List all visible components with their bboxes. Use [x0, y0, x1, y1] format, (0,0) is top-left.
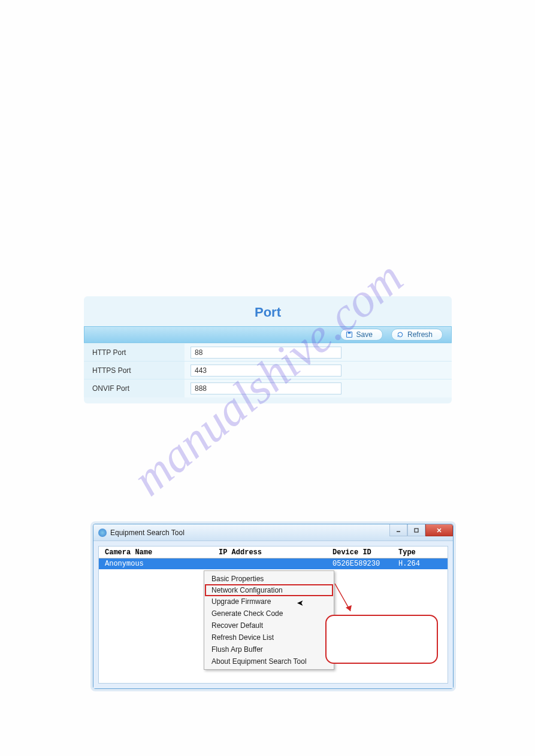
- ctx-recover-default[interactable]: Recover Default: [205, 620, 333, 631]
- save-button-label: Save: [356, 330, 373, 339]
- svg-line-6: [335, 584, 350, 611]
- window-body: Camera Name IP Address Device ID Type An…: [93, 541, 453, 688]
- port-title: Port: [84, 296, 452, 326]
- ctx-generate-check-code[interactable]: Generate Check Code: [205, 608, 333, 620]
- col-type: Type: [398, 548, 448, 557]
- equipment-search-window: Equipment Search Tool Camera Name IP Add…: [93, 524, 454, 689]
- port-row: HTTPS Port: [84, 362, 452, 379]
- minimize-button[interactable]: [389, 524, 407, 536]
- http-port-input[interactable]: [191, 347, 341, 359]
- col-camera-name: Camera Name: [99, 548, 219, 557]
- port-row-label: ONVIF Port: [84, 379, 185, 397]
- https-port-input[interactable]: [191, 365, 341, 377]
- annotation-arrow-icon: [334, 582, 358, 618]
- window-controls: [389, 524, 453, 536]
- svg-rect-3: [415, 529, 418, 532]
- port-row-cell: [185, 362, 452, 379]
- port-panel: Port Save Refresh HTTP Port HTTPS Port: [84, 296, 452, 403]
- save-icon: [346, 331, 353, 338]
- window-title: Equipment Search Tool: [110, 529, 185, 537]
- ctx-about[interactable]: About Equipment Search Tool: [205, 655, 333, 667]
- port-row: ONVIF Port: [84, 379, 452, 397]
- port-row-cell: [185, 344, 452, 361]
- ctx-basic-properties[interactable]: Basic Properties: [205, 573, 333, 585]
- app-icon: [98, 529, 107, 537]
- port-row-label: HTTP Port: [84, 344, 185, 361]
- device-id-cell: 0526E589230: [333, 560, 398, 568]
- port-row: HTTP Port: [84, 344, 452, 362]
- refresh-button[interactable]: Refresh: [391, 329, 443, 341]
- window-titlebar[interactable]: Equipment Search Tool: [93, 524, 453, 541]
- svg-rect-1: [347, 332, 350, 334]
- device-type-cell: H.264: [398, 560, 448, 568]
- ctx-upgrade-firmware[interactable]: Upgrade Firmware: [205, 596, 333, 608]
- col-ip-address: IP Address: [219, 548, 333, 557]
- save-button[interactable]: Save: [340, 329, 383, 341]
- svg-marker-7: [346, 605, 352, 611]
- context-menu: Basic Properties Network Configuration U…: [204, 570, 334, 670]
- annotation-callout-box: [325, 615, 438, 664]
- refresh-icon: [397, 331, 404, 338]
- device-name-cell: Anonymous: [99, 560, 219, 568]
- col-device-id: Device ID: [333, 548, 398, 557]
- ctx-network-configuration[interactable]: Network Configuration: [205, 584, 333, 596]
- port-rows: HTTP Port HTTPS Port ONVIF Port: [84, 343, 452, 397]
- ctx-refresh-device-list[interactable]: Refresh Device List: [205, 631, 333, 643]
- device-list-header: Camera Name IP Address Device ID Type: [99, 546, 448, 558]
- port-row-cell: [185, 379, 452, 397]
- ctx-flush-arp-buffer[interactable]: Flush Arp Buffer: [205, 643, 333, 655]
- port-row-label: HTTPS Port: [84, 362, 185, 379]
- device-row[interactable]: Anonymous 0526E589230 H.264: [99, 558, 448, 569]
- device-list-area: Basic Properties Network Configuration U…: [99, 569, 448, 683]
- onvif-port-input[interactable]: [191, 382, 341, 394]
- close-button[interactable]: [425, 524, 453, 536]
- maximize-button[interactable]: [407, 524, 425, 536]
- refresh-button-label: Refresh: [407, 330, 433, 339]
- device-list-panel: Camera Name IP Address Device ID Type An…: [98, 546, 448, 684]
- port-toolbar: Save Refresh: [84, 326, 452, 343]
